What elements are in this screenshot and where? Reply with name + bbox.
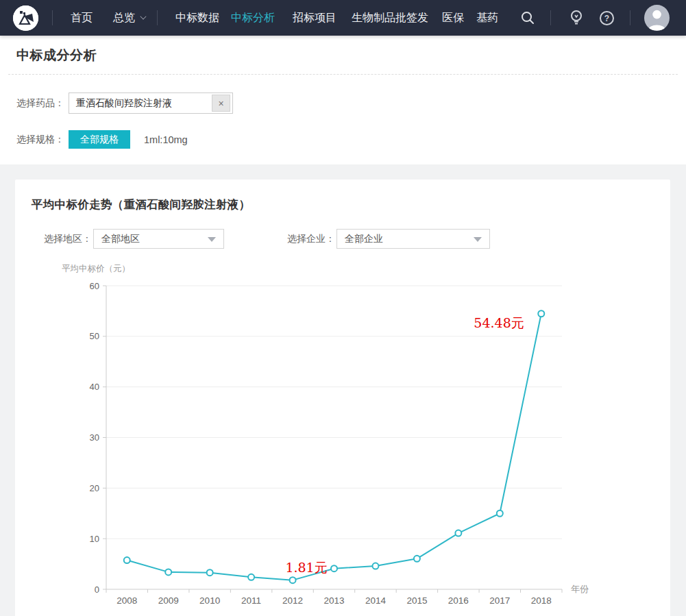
price-trend-card: 平均中标价走势（重酒石酸间羟胺注射液） 选择地区： 全部地区 选择企业： 全部企…	[15, 180, 670, 616]
x-tick-label: 2008	[117, 595, 137, 606]
region-value: 全部地区	[101, 233, 140, 245]
x-tick-label: 2011	[241, 595, 261, 606]
clear-drug-icon[interactable]: ×	[212, 95, 230, 112]
idea-bulb-icon[interactable]	[569, 10, 584, 26]
data-point-2013	[331, 565, 337, 571]
x-tick-label: 2012	[282, 595, 303, 606]
page-title: 中标成分分析	[0, 36, 686, 64]
company-dropdown[interactable]: 全部企业	[336, 229, 490, 249]
company-value: 全部企业	[345, 233, 383, 245]
dropdown-arrow-icon	[474, 237, 482, 242]
spec-all-button[interactable]: 全部规格	[69, 130, 130, 149]
nav-item-overview[interactable]: 总览	[113, 11, 146, 25]
x-tick-label: 2018	[531, 595, 552, 606]
price-annotation-2012: 1.81元	[285, 560, 327, 575]
price-annotation-2018: 54.48元	[474, 315, 524, 330]
app-logo[interactable]	[13, 5, 38, 31]
price-line	[127, 314, 541, 580]
nav-separator	[630, 10, 630, 25]
dropdown-arrow-icon	[208, 237, 216, 242]
drug-filter-row: 选择药品： 重酒石酸间羟胺注射液 ×	[16, 93, 686, 114]
y-tick-label: 50	[90, 331, 99, 341]
selected-drug-chip[interactable]: 重酒石酸间羟胺注射液 ×	[69, 93, 233, 114]
spec-filter-label: 选择规格：	[16, 134, 69, 146]
chart-area: 0102030405060200820092010201120122013201…	[15, 254, 670, 616]
spec-filter-row: 选择规格： 全部规格 1ml:10mg	[16, 130, 686, 149]
chart-title: 平均中标价走势（重酒石酸间羟胺注射液）	[32, 197, 670, 212]
x-tick-label: 2017	[489, 595, 510, 606]
data-point-2014	[372, 563, 378, 569]
y-axis-name: 平均中标价（元）	[62, 264, 130, 273]
x-tick-label: 2009	[158, 595, 179, 606]
data-point-2009	[165, 569, 171, 575]
help-icon[interactable]: ?	[599, 10, 615, 26]
spec-option-1ml10mg[interactable]: 1ml:10mg	[144, 134, 188, 145]
x-axis-name: 年份	[571, 584, 589, 594]
chart-filters-row: 选择地区： 全部地区 选择企业： 全部企业	[44, 229, 670, 249]
data-point-2018	[538, 310, 544, 317]
region-label: 选择地区：	[44, 233, 92, 245]
y-tick-label: 40	[90, 382, 99, 392]
selected-drug-name: 重酒石酸间羟胺注射液	[69, 97, 212, 110]
page-header: 中标成分分析 选择药品： 重酒石酸间羟胺注射液 × 选择规格： 全部规格 1ml…	[0, 36, 686, 164]
nav-separator	[157, 10, 158, 25]
data-point-2015	[414, 556, 420, 562]
region-dropdown[interactable]: 全部地区	[93, 229, 224, 249]
price-trend-chart: 0102030405060200820092010201120122013201…	[15, 254, 670, 616]
nav-separator	[550, 10, 551, 25]
data-point-2010	[207, 569, 213, 576]
nav-item-bid-analysis[interactable]: 中标分析	[231, 11, 275, 25]
svg-text:?: ?	[604, 14, 609, 23]
company-label: 选择企业：	[287, 233, 335, 245]
dashed-divider	[8, 74, 678, 75]
data-point-2011	[248, 574, 254, 580]
person-icon	[644, 5, 670, 31]
nav-item-tender-projects[interactable]: 招标项目	[293, 11, 336, 25]
nav-item-home[interactable]: 首页	[71, 11, 93, 25]
drug-filter-label: 选择药品：	[16, 97, 69, 110]
chevron-down-icon	[140, 13, 146, 19]
user-avatar[interactable]	[644, 5, 670, 31]
data-point-2017	[497, 510, 503, 517]
y-tick-label: 20	[90, 483, 99, 493]
y-tick-label: 0	[95, 584, 99, 595]
app-logo-icon	[13, 5, 38, 31]
nav-item-biologics[interactable]: 生物制品批签发	[352, 11, 428, 25]
data-point-2016	[455, 530, 461, 537]
data-point-2008	[124, 557, 130, 563]
x-tick-label: 2016	[448, 595, 469, 606]
y-tick-label: 60	[90, 281, 99, 291]
y-tick-label: 30	[90, 432, 99, 443]
nav-item-medical-insurance[interactable]: 医保	[442, 11, 464, 25]
top-navbar: 首页 总览 中标数据 中标分析 招标项目 生物制品批签发 医保 基药 ?	[0, 0, 686, 36]
nav-separator	[52, 10, 53, 25]
x-tick-label: 2014	[365, 595, 387, 606]
x-tick-label: 2015	[406, 595, 427, 606]
x-tick-label: 2013	[323, 595, 344, 606]
data-point-2012	[290, 577, 296, 583]
y-tick-label: 10	[90, 534, 99, 544]
x-tick-label: 2010	[199, 595, 220, 606]
nav-item-bid-data[interactable]: 中标数据	[175, 11, 219, 25]
nav-item-essential-drugs[interactable]: 基药	[476, 11, 498, 25]
search-icon[interactable]	[520, 10, 535, 25]
